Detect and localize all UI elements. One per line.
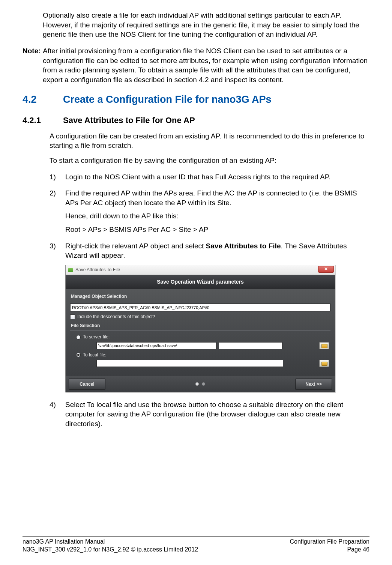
include-descendants-row: Include the descendants of this object? bbox=[70, 314, 330, 320]
page-dots bbox=[195, 382, 205, 386]
step-1: 1) Login to the NOS Client with a user I… bbox=[50, 172, 369, 182]
intro-paragraph: Optionally also create a file for each i… bbox=[43, 11, 369, 39]
body-paragraph-1: A configuration file can be created from… bbox=[50, 131, 369, 150]
step-number: 2) bbox=[50, 188, 65, 207]
to-local-row: To local file: bbox=[70, 351, 330, 359]
step-text: Find the required AP within the APs area… bbox=[65, 188, 369, 207]
note-label: Note: bbox=[23, 46, 43, 85]
cancel-button[interactable]: Cancel bbox=[69, 379, 105, 390]
next-button[interactable]: Next >> bbox=[295, 379, 332, 390]
local-path-row bbox=[70, 359, 330, 368]
heading-text: Save Attributes to File for One AP bbox=[63, 115, 195, 126]
local-path-input[interactable] bbox=[96, 360, 283, 367]
to-server-radio[interactable] bbox=[76, 335, 81, 340]
browse-server-button[interactable] bbox=[319, 342, 329, 349]
wizard-titlebar: Save Attributes To File ✕ bbox=[66, 265, 335, 275]
to-local-radio[interactable] bbox=[76, 353, 81, 357]
close-icon: ✕ bbox=[324, 266, 328, 272]
step-text: Login to the NOS Client with a user ID t… bbox=[65, 172, 369, 182]
heading-4-2-1: 4.2.1 Save Attributes to File for One AP bbox=[23, 115, 369, 126]
close-button[interactable]: ✕ bbox=[318, 266, 334, 273]
heading-4-2: 4.2 Create a Configuration File for nano… bbox=[23, 93, 369, 106]
footer-right-2: Page 46 bbox=[347, 546, 369, 554]
server-path-row bbox=[70, 341, 330, 351]
wizard-title: Save Attributes To File bbox=[75, 267, 120, 273]
step-2: 2) Find the required AP within the APs a… bbox=[50, 188, 369, 207]
dot-2 bbox=[202, 382, 205, 386]
file-selection-group: To server file: To local file: bbox=[70, 330, 330, 368]
to-server-row: To server file: bbox=[70, 333, 330, 341]
next-label: Next >> bbox=[305, 381, 321, 387]
step-3: 3) Right-click the relevant AP object an… bbox=[50, 241, 369, 260]
step-number: 1) bbox=[50, 172, 65, 182]
wizard-buttonbar: Cancel Next >> bbox=[66, 376, 335, 392]
step-3-bold: Save Attributes to File bbox=[206, 242, 281, 250]
footer-left-1: nano3G AP Installation Manual bbox=[23, 538, 105, 546]
to-server-label: To server file: bbox=[83, 334, 110, 340]
note-block: Note: After initial provisioning from a … bbox=[23, 46, 369, 85]
dot-1 bbox=[195, 382, 199, 386]
page-content: Optionally also create a file for each i… bbox=[23, 11, 369, 429]
include-descendants-label: Include the descendants of this object? bbox=[77, 314, 155, 320]
step-2-sub2: Root > APs > BSMIS APs Per AC > Site > A… bbox=[65, 225, 369, 234]
heading-number: 4.2.1 bbox=[23, 115, 63, 126]
step-4: 4) Select To local file and use the brow… bbox=[50, 400, 369, 429]
page-footer: nano3G AP Installation Manual Configurat… bbox=[23, 536, 369, 554]
titlebar-left: Save Attributes To File bbox=[68, 267, 120, 273]
to-local-label: To local file: bbox=[83, 352, 107, 358]
save-attributes-wizard: Save Attributes To File ✕ Save Operation… bbox=[65, 265, 335, 392]
include-descendants-checkbox[interactable] bbox=[70, 314, 75, 319]
step-text: Select To local file and use the browse … bbox=[65, 400, 369, 429]
heading-text: Create a Configuration File for nano3G A… bbox=[63, 93, 272, 106]
footer-right-1: Configuration File Preparation bbox=[290, 538, 369, 546]
wizard-band-title: Save Operation Wizard parameters bbox=[66, 275, 335, 289]
managed-object-input[interactable] bbox=[70, 304, 330, 311]
cancel-label: Cancel bbox=[80, 381, 94, 387]
browse-local-button[interactable] bbox=[319, 360, 329, 367]
window-icon bbox=[68, 268, 73, 272]
step-text: Right-click the relevant AP object and s… bbox=[65, 241, 369, 260]
heading-number: 4.2 bbox=[23, 93, 63, 106]
wizard-body: Managed Object Selection Include the des… bbox=[66, 289, 335, 376]
note-text: After initial provisioning from a config… bbox=[43, 46, 369, 85]
step-3-pre: Right-click the relevant AP object and s… bbox=[65, 242, 206, 250]
managed-object-selection-label: Managed Object Selection bbox=[71, 293, 330, 299]
file-selection-label: File Selection bbox=[71, 323, 330, 329]
managed-object-group: Include the descendants of this object? bbox=[70, 301, 330, 320]
server-path-input-2[interactable] bbox=[219, 342, 282, 349]
step-2-sub1: Hence, drill down to the AP like this: bbox=[65, 211, 369, 221]
step-number: 4) bbox=[50, 400, 65, 429]
footer-left-2: N3G_INST_300 v292_1.0 for N3G_2.92 © ip.… bbox=[23, 546, 198, 554]
body-paragraph-2: To start a configuration file by saving … bbox=[50, 156, 369, 165]
server-path-input-1[interactable] bbox=[96, 342, 216, 349]
step-number: 3) bbox=[50, 241, 65, 260]
